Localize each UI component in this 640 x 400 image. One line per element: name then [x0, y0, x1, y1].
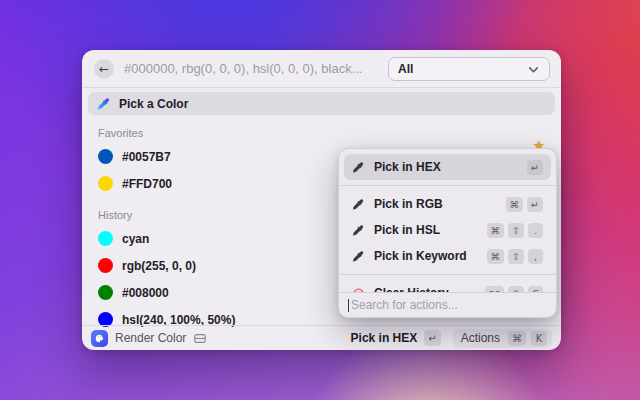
action-label: Pick in RGB	[374, 197, 497, 211]
command-label: Pick a Color	[119, 97, 188, 111]
eyedropper-icon	[352, 250, 365, 263]
color-label: rgb(255, 0, 0)	[122, 259, 196, 273]
eyedropper-icon	[352, 161, 365, 174]
color-label: cyan	[122, 232, 149, 246]
return-key-icon: ↵	[424, 330, 440, 346]
divider	[339, 274, 556, 275]
status-bar: Render Color Pick in HEX ↵ Actions ⌘ K	[82, 325, 561, 350]
k-key-icon: K	[531, 331, 547, 346]
command-key-icon: ⌘	[487, 249, 505, 264]
color-swatch	[98, 176, 113, 191]
color-swatch	[98, 149, 113, 164]
return-key-icon: ↵	[527, 197, 543, 212]
eyedropper-icon	[352, 198, 365, 211]
action-item-clear-history[interactable]: Clear History ⌥ ⇧ C	[344, 280, 551, 292]
action-label: Pick in Keyword	[374, 249, 478, 263]
header: ← All	[82, 50, 561, 88]
back-arrow-icon: ←	[99, 63, 109, 75]
command-row-pick-a-color[interactable]: Pick a Color	[88, 92, 555, 115]
eyedropper-icon	[352, 224, 365, 237]
command-key-icon: ⌘	[487, 223, 505, 238]
app-name: Render Color	[115, 331, 186, 345]
primary-action-label: Pick in HEX	[351, 331, 418, 345]
comma-key-icon: ,	[528, 249, 543, 264]
text-cursor	[348, 299, 349, 312]
color-label: #FFD700	[122, 177, 172, 191]
palette-icon	[94, 333, 105, 344]
printer-icon	[193, 332, 207, 345]
shift-key-icon: ⇧	[508, 249, 524, 264]
return-key-icon: ↵	[527, 160, 543, 175]
command-key-icon: ⌘	[508, 331, 526, 346]
color-swatch	[98, 231, 113, 246]
actions-button[interactable]: Actions ⌘ K	[453, 329, 552, 348]
action-item-pick-in-keyword[interactable]: Pick in Keyword ⌘ ⇧ ,	[344, 243, 551, 269]
color-swatch	[98, 258, 113, 273]
color-label: #008000	[122, 286, 169, 300]
chevron-down-icon	[527, 63, 540, 76]
action-panel-list: Pick in HEX ↵ Pick in RGB ⌘ ↵ Pick in HS…	[339, 149, 556, 292]
filter-value: All	[398, 62, 527, 76]
color-label: #0057B7	[122, 150, 171, 164]
action-panel: Pick in HEX ↵ Pick in RGB ⌘ ↵ Pick in HS…	[338, 148, 557, 318]
eyedropper-icon	[97, 97, 111, 111]
action-label: Pick in HEX	[374, 160, 518, 174]
action-label: Pick in HSL	[374, 223, 478, 237]
shift-key-icon: ⇧	[508, 223, 524, 238]
action-item-pick-in-rgb[interactable]: Pick in RGB ⌘ ↵	[344, 191, 551, 217]
filter-dropdown[interactable]: All	[388, 57, 550, 81]
action-search-placeholder: Search for actions...	[351, 298, 458, 312]
section-title-favorites: Favorites	[98, 127, 555, 139]
action-item-pick-in-hex[interactable]: Pick in HEX ↵	[344, 154, 551, 180]
divider	[339, 185, 556, 186]
color-swatch	[98, 285, 113, 300]
period-key-icon: .	[528, 223, 543, 238]
back-button[interactable]: ←	[94, 59, 114, 79]
action-item-pick-in-hsl[interactable]: Pick in HSL ⌘ ⇧ .	[344, 217, 551, 243]
action-search-field[interactable]: Search for actions...	[339, 292, 556, 317]
command-key-icon: ⌘	[506, 197, 524, 212]
app-icon	[91, 330, 108, 347]
actions-label: Actions	[461, 331, 500, 345]
primary-action-button[interactable]: Pick in HEX ↵	[351, 330, 441, 346]
